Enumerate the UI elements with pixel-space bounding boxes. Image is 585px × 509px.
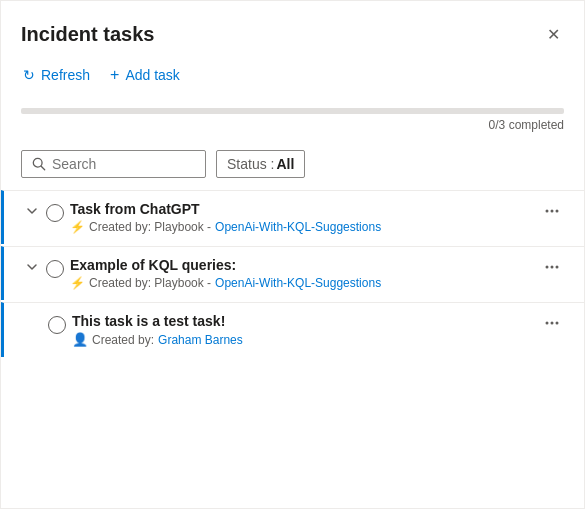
task-creator: ⚡ Created by: Playbook - OpenAi-With-KQL…	[70, 220, 381, 234]
incident-tasks-panel: Incident tasks ✕ ↻ Refresh + Add task 0/…	[0, 0, 585, 509]
chevron-down-icon	[26, 205, 38, 217]
task-item: Task from ChatGPT ⚡ Created by: Playbook…	[1, 190, 584, 244]
creator-prefix: Created by: Playbook -	[89, 220, 211, 234]
svg-point-2	[546, 210, 549, 213]
more-icon	[544, 203, 560, 219]
add-task-button[interactable]: + Add task	[108, 62, 182, 88]
task-expand-button[interactable]	[24, 203, 40, 222]
task-name: Example of KQL queries:	[70, 257, 381, 273]
creator-name: OpenAi-With-KQL-Suggestions	[215, 220, 381, 234]
panel-title: Incident tasks	[21, 23, 154, 46]
task-content: Example of KQL queries: ⚡ Created by: Pl…	[70, 257, 381, 290]
task-item: Example of KQL queries: ⚡ Created by: Pl…	[1, 246, 584, 300]
playbook-icon: ⚡	[70, 276, 85, 290]
filters-row: Status : All	[1, 142, 584, 190]
refresh-button[interactable]: ↻ Refresh	[21, 63, 92, 87]
svg-point-10	[556, 322, 559, 325]
close-button[interactable]: ✕	[543, 21, 564, 48]
more-icon	[544, 315, 560, 331]
task-content: Task from ChatGPT ⚡ Created by: Playbook…	[70, 201, 381, 234]
status-filter[interactable]: Status : All	[216, 150, 305, 178]
svg-point-6	[551, 266, 554, 269]
search-icon	[32, 157, 46, 171]
task-more-button[interactable]	[540, 201, 564, 226]
creator-prefix: Created by: Playbook -	[89, 276, 211, 290]
plus-icon: +	[110, 66, 119, 84]
task-complete-toggle[interactable]	[48, 316, 66, 334]
search-box[interactable]	[21, 150, 206, 178]
tasks-list: Task from ChatGPT ⚡ Created by: Playbook…	[1, 190, 584, 508]
task-complete-toggle[interactable]	[46, 204, 64, 222]
panel-header: Incident tasks ✕	[1, 1, 584, 58]
creator-name: Graham Barnes	[158, 333, 243, 347]
task-expand-button[interactable]	[24, 259, 40, 278]
svg-point-4	[556, 210, 559, 213]
chevron-down-icon	[26, 261, 38, 273]
svg-point-5	[546, 266, 549, 269]
task-name: This task is a test task!	[72, 313, 243, 329]
search-input[interactable]	[52, 156, 195, 172]
creator-name: OpenAi-With-KQL-Suggestions	[215, 276, 381, 290]
task-left: This task is a test task! 👤 Created by: …	[24, 313, 540, 347]
task-item: This task is a test task! 👤 Created by: …	[1, 302, 584, 357]
task-content: This task is a test task! 👤 Created by: …	[72, 313, 243, 347]
task-creator: 👤 Created by: Graham Barnes	[72, 332, 243, 347]
add-task-label: Add task	[125, 67, 179, 83]
progress-section: 0/3 completed	[1, 100, 584, 142]
svg-point-7	[556, 266, 559, 269]
task-left: Task from ChatGPT ⚡ Created by: Playbook…	[24, 201, 540, 234]
progress-bar-track	[21, 108, 564, 114]
task-creator: ⚡ Created by: Playbook - OpenAi-With-KQL…	[70, 276, 381, 290]
refresh-label: Refresh	[41, 67, 90, 83]
refresh-icon: ↻	[23, 67, 35, 83]
svg-point-9	[551, 322, 554, 325]
task-left: Example of KQL queries: ⚡ Created by: Pl…	[24, 257, 540, 290]
person-icon: 👤	[72, 332, 88, 347]
task-more-button[interactable]	[540, 313, 564, 338]
task-name: Task from ChatGPT	[70, 201, 381, 217]
svg-line-1	[41, 166, 45, 170]
status-filter-value: All	[276, 156, 294, 172]
task-more-button[interactable]	[540, 257, 564, 282]
status-filter-label: Status :	[227, 156, 274, 172]
task-complete-toggle[interactable]	[46, 260, 64, 278]
svg-point-8	[546, 322, 549, 325]
more-icon	[544, 259, 560, 275]
svg-point-3	[551, 210, 554, 213]
progress-label: 0/3 completed	[21, 118, 564, 132]
creator-prefix: Created by:	[92, 333, 154, 347]
toolbar: ↻ Refresh + Add task	[1, 58, 584, 100]
playbook-icon: ⚡	[70, 220, 85, 234]
